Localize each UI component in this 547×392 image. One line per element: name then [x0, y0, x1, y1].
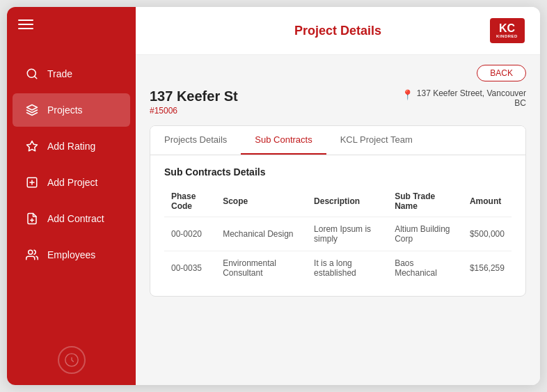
- cell-description-2: It is a long established: [307, 251, 388, 285]
- brand-logo: KC KINDRED: [490, 18, 525, 43]
- sidebar-nav: Trade Projects Add Rat: [7, 56, 136, 335]
- table-row: 00-0035 Environmental Consultant It is a…: [164, 251, 512, 285]
- page-title: Project Details: [188, 24, 488, 38]
- project-address-text: 137 Keefer Street, Vancouver BC: [417, 88, 526, 108]
- col-description: Description: [307, 186, 388, 217]
- tabs: Projects Details Sub Contracts KCL Proje…: [150, 126, 525, 155]
- top-bar: Project Details KC KINDRED: [136, 7, 540, 55]
- hamburger-menu-button[interactable]: [18, 19, 33, 29]
- table-body: 00-0020 Mechanical Design Lorem Ipsum is…: [164, 217, 512, 285]
- tab-projects-details[interactable]: Projects Details: [150, 126, 241, 155]
- cell-scope-1: Mechanical Design: [216, 217, 307, 251]
- sidebar-item-add-project[interactable]: Add Project: [13, 166, 130, 199]
- sidebar-header: [7, 7, 136, 42]
- sidebar-item-add-contract-label: Add Contract: [47, 213, 104, 224]
- file-plus-icon: [25, 212, 39, 226]
- card-body: Sub Contracts Details Phase Code Scope D…: [150, 155, 525, 296]
- cell-sub-trade-1: Altium Building Corp: [388, 217, 463, 251]
- content-area: BACK 137 Keefer St #15006 📍 137 Keefer S…: [136, 55, 540, 385]
- sidebar-item-projects[interactable]: Projects: [13, 93, 130, 127]
- sidebar-item-employees-label: Employees: [47, 249, 95, 260]
- address-line1: 137 Keefer Street, Vancouver: [417, 88, 526, 98]
- sidebar-item-projects-label: Projects: [47, 104, 83, 116]
- table-header: Phase Code Scope Description Sub Trade N…: [164, 186, 512, 217]
- back-btn-row: BACK: [150, 65, 526, 81]
- cell-amount-1: $500,000: [463, 217, 512, 251]
- tab-sub-contracts[interactable]: Sub Contracts: [241, 126, 326, 155]
- svg-line-1: [34, 76, 36, 78]
- col-phase-code: Phase Code: [164, 186, 216, 217]
- address-line2: BC: [417, 98, 526, 108]
- sidebar-item-trade[interactable]: Trade: [13, 57, 130, 91]
- sidebar-item-add-rating[interactable]: Add Rating: [13, 130, 130, 163]
- cell-scope-2: Environmental Consultant: [216, 251, 307, 285]
- logo-area: KC KINDRED: [488, 17, 526, 45]
- col-scope: Scope: [216, 186, 307, 217]
- project-name: 137 Keefer St: [150, 88, 238, 104]
- sidebar: Trade Projects Add Rat: [7, 7, 136, 385]
- sidebar-footer: [7, 335, 136, 385]
- section-title: Sub Contracts Details: [164, 166, 512, 178]
- project-id: #15006: [150, 106, 238, 116]
- footer-logo: [58, 346, 86, 374]
- logo-kc: KC: [499, 23, 515, 34]
- layers-icon: [25, 103, 39, 117]
- location-icon: 📍: [402, 89, 413, 100]
- search-icon: [25, 67, 39, 81]
- table-row: 00-0020 Mechanical Design Lorem Ipsum is…: [164, 217, 512, 251]
- col-amount: Amount: [463, 186, 512, 217]
- project-address: 📍 137 Keefer Street, Vancouver BC: [402, 88, 526, 108]
- cell-amount-2: $156,259: [463, 251, 512, 285]
- svg-marker-2: [27, 105, 38, 111]
- users-icon: [25, 248, 39, 262]
- sub-contracts-table: Phase Code Scope Description Sub Trade N…: [164, 186, 512, 285]
- cell-description-1: Lorem Ipsum is simply: [307, 217, 388, 251]
- sidebar-item-employees[interactable]: Employees: [13, 238, 130, 272]
- svg-marker-3: [27, 141, 38, 151]
- plus-square-icon: [25, 175, 39, 189]
- project-title-block: 137 Keefer St #15006: [150, 88, 238, 116]
- main-content: Project Details KC KINDRED BACK 137 Keef…: [136, 7, 540, 385]
- back-button[interactable]: BACK: [477, 65, 526, 81]
- sidebar-item-add-contract[interactable]: Add Contract: [13, 202, 130, 235]
- project-header: 137 Keefer St #15006 📍 137 Keefer Street…: [150, 88, 526, 116]
- logo-sub: KINDRED: [496, 34, 518, 38]
- col-sub-trade-name: Sub Trade Name: [388, 186, 463, 217]
- cell-sub-trade-2: Baos Mechanical: [388, 251, 463, 285]
- star-icon: [25, 139, 39, 153]
- cell-phase-code-1: 00-0020: [164, 217, 216, 251]
- cell-phase-code-2: 00-0035: [164, 251, 216, 285]
- app-container: Trade Projects Add Rat: [7, 7, 540, 385]
- sidebar-item-add-project-label: Add Project: [47, 177, 97, 188]
- svg-point-9: [29, 250, 33, 254]
- tab-kcl-project-team[interactable]: KCL Project Team: [326, 126, 427, 155]
- sidebar-item-trade-label: Trade: [47, 68, 72, 79]
- project-card: Projects Details Sub Contracts KCL Proje…: [150, 125, 526, 297]
- sidebar-item-add-rating-label: Add Rating: [47, 141, 95, 152]
